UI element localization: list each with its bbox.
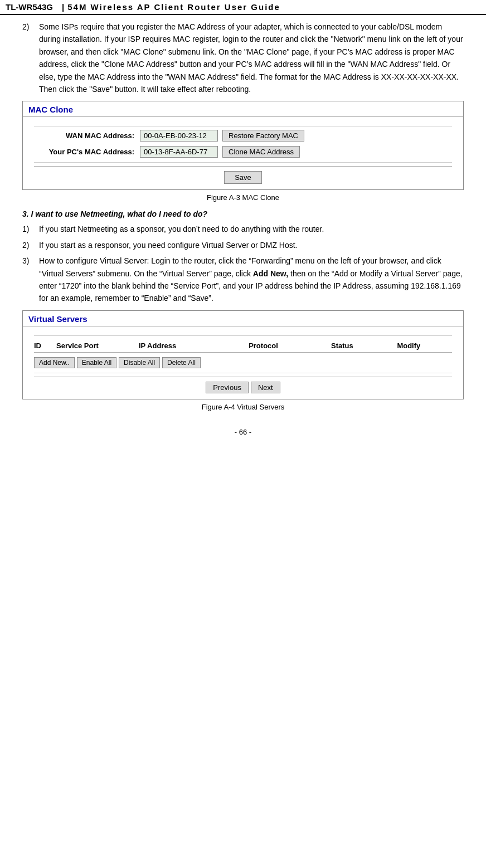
virtual-servers-box: Virtual Servers ID Service Port IP Addre… <box>22 310 464 399</box>
section3-item-1: 1) If you start Netmeeting as a sponsor,… <box>22 223 464 235</box>
enable-all-button[interactable]: Enable All <box>77 357 116 368</box>
virtual-servers-inner: ID Service Port IP Address Protocol Stat… <box>23 326 463 399</box>
page-number: - 66 - <box>22 428 464 436</box>
disable-all-button[interactable]: Disable All <box>119 357 160 368</box>
page-header: TL-WR543G | 54M Wireless AP Client Route… <box>0 0 486 15</box>
s3-num-2: 2) <box>22 239 39 251</box>
pc-mac-input[interactable] <box>140 146 218 158</box>
mac-clone-box: MAC Clone WAN MAC Address: Restore Facto… <box>22 101 464 190</box>
virtual-servers-title: Virtual Servers <box>23 311 463 326</box>
col-id: ID <box>34 342 56 350</box>
list-item-2: 2) Some ISPs require that you register t… <box>22 21 464 95</box>
vs-nav-row: Previous Next <box>34 377 452 393</box>
mac-save-button[interactable]: Save <box>224 171 262 184</box>
list-num-2: 2) <box>22 21 39 95</box>
figure-a4-caption: Figure A-4 Virtual Servers <box>22 403 464 411</box>
col-protocol: Protocol <box>249 342 331 350</box>
s3-text-2: If you start as a responsor, you need co… <box>39 239 464 251</box>
section3-item-2: 2) If you start as a responsor, you need… <box>22 239 464 251</box>
add-new-button[interactable]: Add New.. <box>34 357 75 368</box>
col-modify: Modify <box>397 342 452 350</box>
page-title: 54M Wireless AP Client Router User Guide <box>67 2 280 12</box>
intro-paragraph: 2) Some ISPs require that you register t… <box>22 21 464 95</box>
delete-all-button[interactable]: Delete All <box>162 357 201 368</box>
vs-divider-top <box>34 335 452 336</box>
vs-table-header: ID Service Port IP Address Protocol Stat… <box>34 339 452 353</box>
divider-bottom <box>34 162 452 163</box>
s3-num-1: 1) <box>22 223 39 235</box>
main-content: 2) Some ISPs require that you register t… <box>0 15 486 447</box>
s3-text-1: If you start Netmeeting as a sponsor, yo… <box>39 223 464 235</box>
s3-num-3: 3) <box>22 255 39 305</box>
pc-mac-label: Your PC's MAC Address: <box>34 148 134 156</box>
pc-mac-row: Your PC's MAC Address: Clone MAC Address <box>34 146 452 158</box>
col-ip-address: IP Address <box>139 342 249 350</box>
section3-heading: 3. I want to use Netmeeting, what do I n… <box>22 209 464 218</box>
list-text-2: Some ISPs require that you register the … <box>39 21 464 95</box>
divider-top <box>34 126 452 126</box>
restore-factory-mac-button[interactable]: Restore Factory MAC <box>222 130 304 142</box>
mac-clone-inner: WAN MAC Address: Restore Factory MAC You… <box>23 117 463 189</box>
next-button[interactable]: Next <box>251 382 280 393</box>
vs-button-row: Add New.. Enable All Disable All Delete … <box>34 357 452 368</box>
col-status: Status <box>331 342 397 350</box>
section3-item-3: 3) How to configure Virtual Server: Logi… <box>22 255 464 305</box>
previous-button[interactable]: Previous <box>206 382 249 393</box>
vs-divider-bottom <box>34 373 452 373</box>
clone-mac-address-button[interactable]: Clone MAC Address <box>222 146 300 158</box>
mac-clone-title: MAC Clone <box>23 101 463 117</box>
mac-save-row: Save <box>34 166 452 184</box>
wan-mac-label: WAN MAC Address: <box>34 131 134 140</box>
col-service-port: Service Port <box>56 342 139 350</box>
page-wrapper: TL-WR543G | 54M Wireless AP Client Route… <box>0 0 486 447</box>
s3-text-3: How to configure Virtual Server: Login t… <box>39 255 464 305</box>
wan-mac-input[interactable] <box>140 130 218 142</box>
wan-mac-row: WAN MAC Address: Restore Factory MAC <box>34 130 452 142</box>
figure-a3-caption: Figure A-3 MAC Clone <box>22 193 464 202</box>
model-name: TL-WR543G <box>6 2 53 12</box>
